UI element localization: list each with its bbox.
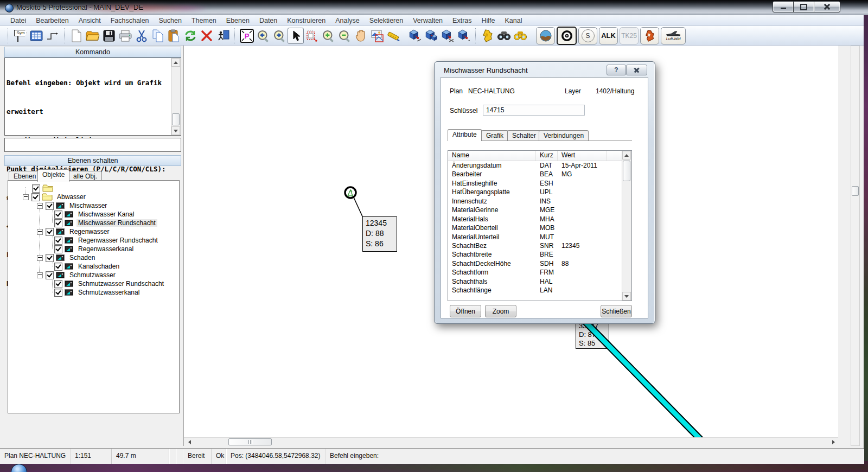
table-row[interactable]: SchachtBezSNR12345 <box>448 241 631 250</box>
menu-suchen[interactable]: Suchen <box>154 15 187 26</box>
layer-checkbox[interactable] <box>54 237 62 245</box>
close-button[interactable] <box>814 1 840 12</box>
collapse-expander[interactable] <box>37 255 43 261</box>
menu-daten[interactable]: Daten <box>254 15 282 26</box>
tab-grafik[interactable]: Grafik <box>481 130 508 141</box>
zoom-previous-icon[interactable] <box>255 28 271 44</box>
kommando-input[interactable] <box>4 138 181 152</box>
attribute-table[interactable]: Name Kurz Wert ÄnderungsdatumDAT15-Apr-2… <box>448 150 632 301</box>
collapse-expander[interactable] <box>37 229 43 235</box>
menu-kanal[interactable]: Kanal <box>500 15 527 26</box>
luftbild-button[interactable]: Luft-­bild <box>661 27 686 44</box>
zoom-in-icon[interactable] <box>320 28 336 44</box>
scroll-up-button[interactable] <box>171 58 180 67</box>
layer-checkbox[interactable] <box>54 245 62 253</box>
cut-icon[interactable] <box>133 28 150 44</box>
new-document-icon[interactable] <box>68 28 85 44</box>
table-row[interactable]: BearbeiterBEAMG <box>448 170 631 178</box>
data-table-icon[interactable] <box>28 28 44 44</box>
schliessen-button[interactable]: Schließen <box>601 305 632 317</box>
canvas-horizontal-scrollbar[interactable] <box>184 437 838 446</box>
menu-ansicht[interactable]: Ansicht <box>74 15 106 26</box>
layer-checkbox[interactable] <box>46 271 54 279</box>
table-row[interactable]: HatÜbergangsplatteUPL <box>448 188 631 196</box>
select-arrow-icon[interactable] <box>288 28 304 44</box>
collapse-expander[interactable] <box>37 272 43 278</box>
map-overview-icon[interactable] <box>480 28 496 44</box>
scrollbar-thumb[interactable] <box>623 161 630 181</box>
dialog-help-button[interactable]: ? <box>607 65 626 75</box>
table-row[interactable]: MaterialGerinneMGE <box>448 206 631 214</box>
tree-item-label-selected[interactable]: Mischwasser Rundschacht <box>76 219 157 227</box>
tree-item-label[interactable]: Schaden <box>68 254 97 261</box>
oeffnen-button[interactable]: Öffnen <box>450 305 481 317</box>
cube-line-icon[interactable] <box>407 28 423 44</box>
attribute-table-header[interactable]: Name Kurz Wert <box>448 151 631 161</box>
cube-copy-icon[interactable] <box>423 28 439 44</box>
scroll-left-button[interactable] <box>185 438 194 445</box>
zoom-out-icon[interactable] <box>336 28 353 44</box>
collapse-expander[interactable] <box>37 203 43 209</box>
table-row[interactable]: SchachtDeckelHöheSDH88 <box>448 259 631 268</box>
print-icon[interactable] <box>117 28 133 44</box>
zoom-next-icon[interactable] <box>271 28 288 44</box>
target-button[interactable] <box>557 27 577 45</box>
restore-button[interactable] <box>793 1 814 12</box>
tab-schalter[interactable]: Schalter <box>507 130 541 141</box>
tree-item-label[interactable]: Regenwasser Rundschacht <box>76 237 159 244</box>
globe-button[interactable] <box>536 27 555 44</box>
table-row[interactable]: ÄnderungsdatumDAT15-Apr-2011 <box>448 161 631 170</box>
copy-icon[interactable] <box>150 28 166 44</box>
manhole-label[interactable]: 12345 D: 88 S: 86 <box>362 216 397 252</box>
table-row[interactable]: SchachtlängeLAN <box>448 286 631 295</box>
layer-checkbox[interactable] <box>32 184 40 193</box>
scroll-down-button[interactable] <box>622 292 631 301</box>
tab-verbindungen[interactable]: Verbindungen <box>539 130 589 141</box>
pan-hand-icon[interactable] <box>353 28 369 44</box>
tree-item-label[interactable]: Regenwasser <box>68 228 111 235</box>
menu-hilfe[interactable]: Hilfe <box>477 15 500 26</box>
menu-datei[interactable]: Datei <box>5 15 31 26</box>
collapse-expander[interactable] <box>23 194 29 200</box>
s-mode-button[interactable]: S <box>578 27 597 44</box>
scroll-down-button[interactable] <box>171 126 180 135</box>
tab-attribute[interactable]: Attribute <box>448 129 482 141</box>
dialog-close-button[interactable] <box>626 65 647 75</box>
paste-icon[interactable] <box>166 28 182 44</box>
capture-area-icon[interactable] <box>369 28 385 44</box>
menu-verwalten[interactable]: Verwalten <box>408 15 448 26</box>
table-row[interactable]: SchachtformFRM <box>448 268 631 277</box>
menu-ebenen[interactable]: Ebenen <box>221 15 254 26</box>
menu-bearbeiten[interactable]: Bearbeiten <box>31 15 73 26</box>
save-icon[interactable] <box>101 28 117 44</box>
layer-checkbox[interactable] <box>46 228 54 236</box>
layer-checkbox[interactable] <box>54 289 62 297</box>
manhole-symbol[interactable] <box>345 187 356 198</box>
zoom-button[interactable]: Zoom <box>485 305 516 317</box>
layer-checkbox[interactable] <box>54 211 62 219</box>
binoculars-dark-icon[interactable] <box>496 28 512 44</box>
layer-checkbox[interactable] <box>54 219 62 227</box>
map-red-button[interactable] <box>640 27 659 44</box>
canvas-vertical-scrollbar[interactable] <box>851 46 860 446</box>
schluessel-input[interactable]: 14715 <box>483 105 585 116</box>
menu-fachschalen[interactable]: Fachschalen <box>106 15 154 26</box>
tab-objekte[interactable]: Objekte <box>37 169 69 182</box>
measure-icon[interactable] <box>385 28 401 44</box>
scrollbar-thumb[interactable] <box>228 438 272 445</box>
column-header-kurz[interactable]: Kurz <box>536 151 558 161</box>
table-row[interactable]: MaterialHalsMHA <box>448 215 631 224</box>
tree-item-label[interactable]: Mischwasser <box>68 202 108 209</box>
layer-checkbox[interactable] <box>46 254 54 262</box>
scrollbar-thumb[interactable] <box>852 186 859 196</box>
cube-delete-icon[interactable] <box>439 28 456 44</box>
minimize-button[interactable] <box>773 1 794 12</box>
binoculars-yellow-icon[interactable] <box>512 28 528 44</box>
tree-item-label[interactable]: Kanalschaden <box>76 263 121 270</box>
column-header-name[interactable]: Name <box>448 151 536 161</box>
scroll-up-button[interactable] <box>622 151 631 160</box>
polyline-icon[interactable] <box>44 28 61 44</box>
tree-item-label[interactable]: Schmutzwasser Rundschacht <box>76 280 165 288</box>
run-exit-icon[interactable] <box>215 28 231 44</box>
table-row[interactable]: SchachtbreiteBRE <box>448 250 631 259</box>
